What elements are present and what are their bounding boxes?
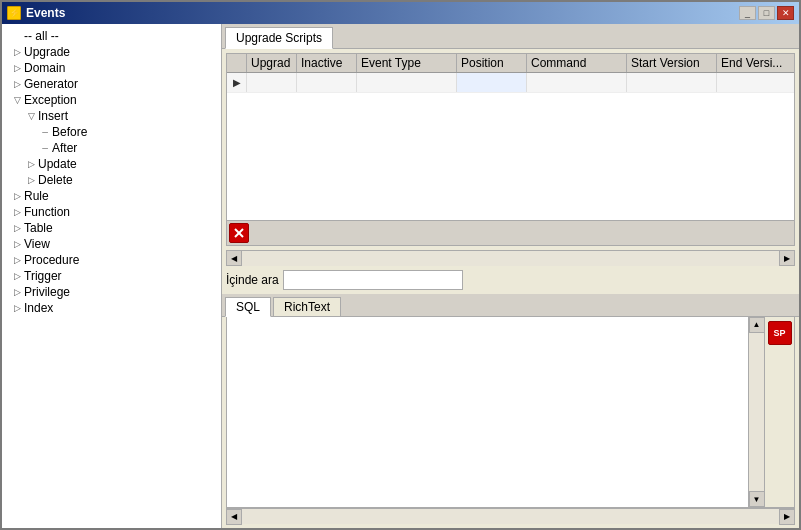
tree-arrow-function: ▷: [10, 207, 24, 217]
sidebar-label-all: -- all --: [24, 29, 59, 43]
sidebar-item-generator[interactable]: ▷ Generator: [2, 76, 221, 92]
sidebar-item-function[interactable]: ▷ Function: [2, 204, 221, 220]
tree-arrow-generator: ▷: [10, 79, 24, 89]
table-row-new: ▶: [227, 73, 794, 93]
sql-h-scroll-left-btn[interactable]: ◀: [226, 509, 242, 525]
sidebar-item-trigger[interactable]: ▷ Trigger: [2, 268, 221, 284]
tree-arrow-after: ─: [38, 144, 52, 153]
sidebar-label-after: After: [52, 141, 77, 155]
delete-button[interactable]: [229, 223, 249, 243]
row-startver[interactable]: [627, 73, 717, 92]
table-h-scrollbar: ◀ ▶: [226, 250, 795, 266]
sidebar-label-insert: Insert: [38, 109, 68, 123]
tab-richtext[interactable]: RichText: [273, 297, 341, 316]
sidebar-label-exception: Exception: [24, 93, 77, 107]
sidebar-item-before[interactable]: ─ Before: [2, 124, 221, 140]
v-scroll-up-btn[interactable]: ▲: [749, 317, 765, 333]
col-header-upgrad: Upgrad: [247, 54, 297, 72]
data-table: Upgrad Inactive Event Type Position Comm…: [226, 53, 795, 246]
sql-vscrollbar: ▲ ▼: [748, 317, 764, 508]
search-input[interactable]: [283, 270, 463, 290]
sql-h-scroll-track[interactable]: [242, 509, 779, 524]
tree-arrow-procedure: ▷: [10, 255, 24, 265]
sidebar-item-insert[interactable]: ▽ Insert: [2, 108, 221, 124]
h-scroll-right-btn[interactable]: ▶: [779, 250, 795, 266]
main-window: ⚡ Events _ □ ✕ -- all -- ▷ Upgrade ▷: [0, 0, 801, 530]
col-header-inactive: Inactive: [297, 54, 357, 72]
sidebar-item-procedure[interactable]: ▷ Procedure: [2, 252, 221, 268]
tree-arrow-delete: ▷: [24, 175, 38, 185]
row-eventtype[interactable]: [357, 73, 457, 92]
minimize-button[interactable]: _: [739, 6, 756, 20]
sidebar-label-procedure: Procedure: [24, 253, 79, 267]
tree-arrow-before: ─: [38, 128, 52, 137]
sidebar-label-delete: Delete: [38, 173, 73, 187]
sidebar-label-view: View: [24, 237, 50, 251]
sidebar-item-upgrade[interactable]: ▷ Upgrade: [2, 44, 221, 60]
sidebar-label-domain: Domain: [24, 61, 65, 75]
col-header-command: Command: [527, 54, 627, 72]
sidebar-label-index: Index: [24, 301, 53, 315]
sidebar-label-trigger: Trigger: [24, 269, 62, 283]
sidebar-label-function: Function: [24, 205, 70, 219]
row-endver[interactable]: [717, 73, 794, 92]
tree-arrow-exception: ▽: [10, 95, 24, 105]
sidebar-label-update: Update: [38, 157, 77, 171]
sidebar-label-upgrade: Upgrade: [24, 45, 70, 59]
row-command[interactable]: [527, 73, 627, 92]
tree-arrow-upgrade: ▷: [10, 47, 24, 57]
sidebar-item-all[interactable]: -- all --: [2, 28, 221, 44]
tab-sql[interactable]: SQL: [225, 297, 271, 317]
tree-arrow-table: ▷: [10, 223, 24, 233]
tree-arrow-trigger: ▷: [10, 271, 24, 281]
sidebar-item-after[interactable]: ─ After: [2, 140, 221, 156]
sql-h-scroll-right-btn[interactable]: ▶: [779, 509, 795, 525]
row-position[interactable]: [457, 73, 527, 92]
sidebar-item-rule[interactable]: ▷ Rule: [2, 188, 221, 204]
title-bar: ⚡ Events _ □ ✕: [2, 2, 799, 24]
sql-editor[interactable]: [227, 317, 748, 508]
table-toolbar: [227, 220, 794, 245]
sidebar-item-privilege[interactable]: ▷ Privilege: [2, 284, 221, 300]
sql-tabs: SQL RichText: [222, 294, 799, 317]
sql-area: ▲ ▼ SP: [226, 317, 795, 509]
col-header-position: Position: [457, 54, 527, 72]
sidebar-item-exception[interactable]: ▽ Exception: [2, 92, 221, 108]
table-header: Upgrad Inactive Event Type Position Comm…: [227, 54, 794, 73]
sidebar-item-view[interactable]: ▷ View: [2, 236, 221, 252]
close-button[interactable]: ✕: [777, 6, 794, 20]
row-upgrad[interactable]: [247, 73, 297, 92]
sql-right-panel: SP: [764, 317, 794, 508]
sidebar-label-generator: Generator: [24, 77, 78, 91]
maximize-button[interactable]: □: [758, 6, 775, 20]
h-scroll-track[interactable]: [242, 251, 779, 266]
window-content: -- all -- ▷ Upgrade ▷ Domain ▷ Generator…: [2, 24, 799, 528]
v-scroll-track[interactable]: [749, 333, 764, 492]
tree-arrow-domain: ▷: [10, 63, 24, 73]
title-bar-left: ⚡ Events: [7, 6, 65, 20]
sidebar: -- all -- ▷ Upgrade ▷ Domain ▷ Generator…: [2, 24, 222, 528]
sidebar-label-before: Before: [52, 125, 87, 139]
sidebar-item-update[interactable]: ▷ Update: [2, 156, 221, 172]
tree-arrow-rule: ▷: [10, 191, 24, 201]
sidebar-item-delete[interactable]: ▷ Delete: [2, 172, 221, 188]
sidebar-item-index[interactable]: ▷ Index: [2, 300, 221, 316]
tree-arrow-privilege: ▷: [10, 287, 24, 297]
search-label: İçinde ara: [226, 273, 279, 287]
tree-arrow-insert: ▽: [24, 111, 38, 121]
sql-h-scrollbar: ◀ ▶: [226, 508, 795, 524]
search-area: İçinde ara: [222, 266, 799, 294]
col-header-eventtype: Event Type: [357, 54, 457, 72]
sidebar-item-table[interactable]: ▷ Table: [2, 220, 221, 236]
row-inactive[interactable]: [297, 73, 357, 92]
v-scroll-down-btn[interactable]: ▼: [749, 491, 765, 507]
tab-upgrade-scripts[interactable]: Upgrade Scripts: [225, 27, 333, 49]
h-scroll-left-btn[interactable]: ◀: [226, 250, 242, 266]
sidebar-label-rule: Rule: [24, 189, 49, 203]
table-body: ▶: [227, 73, 794, 220]
sidebar-label-privilege: Privilege: [24, 285, 70, 299]
window-title: Events: [26, 6, 65, 20]
sidebar-item-domain[interactable]: ▷ Domain: [2, 60, 221, 76]
sp-button[interactable]: SP: [768, 321, 792, 345]
window-icon: ⚡: [7, 6, 21, 20]
